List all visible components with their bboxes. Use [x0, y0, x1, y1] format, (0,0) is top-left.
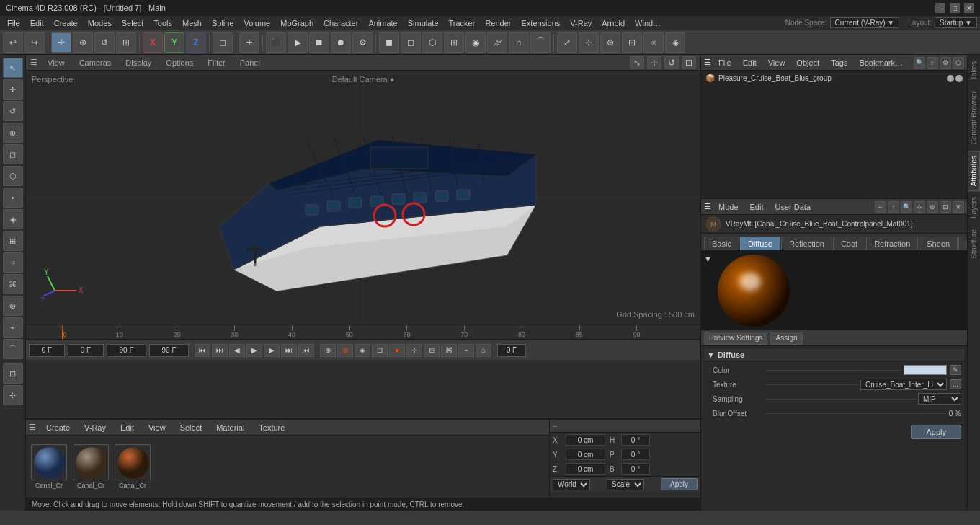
undo-button[interactable]: ↩: [3, 32, 23, 53]
tab-takes[interactable]: Takes: [968, 56, 980, 85]
sphere-button[interactable]: ◉: [466, 32, 486, 53]
om-search[interactable]: 🔍: [914, 57, 925, 69]
om-item-boat-group[interactable]: 📦 Pleasure_Cruise_Boat_Blue_group: [703, 72, 966, 84]
menu-create[interactable]: Create: [50, 17, 82, 29]
left-btn-magnet[interactable]: ⊛: [3, 296, 23, 316]
scale-button[interactable]: ⊕: [73, 32, 93, 53]
maximize-button[interactable]: □: [950, 3, 960, 13]
cube-persp-button[interactable]: ⬡: [422, 32, 442, 53]
tab-refraction[interactable]: Refraction: [866, 237, 918, 250]
add-button[interactable]: +: [239, 32, 259, 53]
grid-button[interactable]: ⊞: [444, 32, 464, 53]
start-frame-input[interactable]: [29, 344, 65, 357]
rotate-button[interactable]: ↺: [94, 32, 115, 53]
left-btn-poly[interactable]: ◻: [3, 144, 23, 164]
menu-mograph[interactable]: MoGraph: [276, 17, 318, 29]
play-button[interactable]: ▶: [288, 32, 308, 53]
z-axis-button[interactable]: Z: [186, 32, 206, 53]
collapse-arrow[interactable]: ▼: [704, 255, 712, 263]
bend-button[interactable]: ⌒: [530, 32, 551, 53]
redo-button[interactable]: ↪: [24, 32, 45, 53]
menu-animate[interactable]: Animate: [364, 17, 401, 29]
connect-button[interactable]: ⌂: [509, 32, 529, 53]
assign-btn[interactable]: Assign: [770, 332, 802, 345]
menu-simulate[interactable]: Simulate: [404, 17, 443, 29]
mat-view[interactable]: View: [144, 422, 170, 433]
cylinder-button[interactable]: ⌭: [487, 32, 507, 53]
coord-b-input[interactable]: [621, 463, 650, 475]
coord-space-select[interactable]: World Local: [553, 479, 590, 490]
transport-prev-key[interactable]: ⏭: [212, 344, 228, 357]
menu-extensions[interactable]: Extensions: [517, 17, 564, 29]
left-btn-sym[interactable]: ⌁: [3, 317, 23, 338]
tab-diffuse[interactable]: Diffuse: [740, 237, 780, 250]
coord-x-input[interactable]: [566, 434, 605, 446]
coord-apply-button[interactable]: Apply: [661, 478, 698, 490]
tab-attributes[interactable]: Attributes: [968, 151, 980, 191]
menu-arnold[interactable]: Arnold: [597, 17, 629, 29]
transport-next-frame[interactable]: ▶: [264, 344, 280, 357]
menu-render[interactable]: Render: [481, 17, 515, 29]
coord-p-input[interactable]: [621, 449, 650, 460]
vp-options-menu[interactable]: Options: [161, 57, 197, 69]
rec-btn5[interactable]: ●: [389, 344, 405, 357]
om-menu-icon[interactable]: ☰: [704, 58, 711, 67]
layout-value[interactable]: Startup ▼: [935, 17, 977, 28]
am-close[interactable]: ✕: [953, 201, 964, 213]
left-btn-tag[interactable]: ⊞: [3, 231, 23, 251]
menu-edit[interactable]: Edit: [26, 17, 48, 29]
texture-dropdown[interactable]: Cruise_Boat_Inter_LightBlue: [860, 379, 947, 390]
am-settings[interactable]: ⊛: [927, 201, 938, 213]
vp-btn1[interactable]: ⤡: [630, 56, 644, 69]
left-btn-rotate[interactable]: ↺: [3, 101, 23, 121]
vp-cameras-menu[interactable]: Cameras: [75, 57, 116, 69]
transform-button[interactable]: ⊞: [116, 32, 136, 53]
material-item-1[interactable]: Canal_Cr: [30, 444, 68, 489]
vp-btn3[interactable]: ↺: [664, 56, 679, 69]
tab-bump[interactable]: Bump: [958, 237, 967, 250]
cube-front-button[interactable]: ◼: [379, 32, 399, 53]
om-view[interactable]: View: [764, 57, 790, 69]
om-tags[interactable]: Tags: [827, 57, 852, 69]
menu-vray[interactable]: V-Ray: [566, 17, 596, 29]
menu-character[interactable]: Character: [319, 17, 362, 29]
left-btn-knife[interactable]: ⌗: [3, 252, 23, 273]
om-settings[interactable]: ⚙: [940, 57, 951, 69]
snap-button[interactable]: ⊡: [622, 32, 642, 53]
node-space-value[interactable]: Current (V-Ray) ▼: [830, 17, 900, 28]
end-frame-input[interactable]: [107, 344, 146, 357]
mat-select[interactable]: Select: [176, 422, 207, 433]
move-button[interactable]: ✛: [51, 32, 71, 53]
transport-end[interactable]: ⏮: [298, 344, 314, 357]
coord-mode-select[interactable]: Scale Size: [607, 479, 644, 490]
close-button[interactable]: ✕: [964, 3, 974, 13]
am-nav-back[interactable]: ←: [875, 201, 886, 213]
x-axis-button[interactable]: X: [143, 32, 163, 53]
menu-file[interactable]: File: [3, 17, 24, 29]
paint-button[interactable]: ◈: [665, 32, 685, 53]
om-edit[interactable]: Edit: [739, 57, 761, 69]
mode-button[interactable]: ⊛: [600, 32, 620, 53]
vp-display-menu[interactable]: Display: [121, 57, 156, 69]
nav-button2[interactable]: ⊹: [579, 32, 599, 53]
am-filter[interactable]: ⊹: [914, 201, 925, 213]
left-btn-paint[interactable]: ⊡: [3, 363, 23, 384]
transport-next-key[interactable]: ⏭: [281, 344, 297, 357]
vp-btn2[interactable]: ⊹: [647, 56, 662, 69]
tab-sheen[interactable]: Sheen: [919, 237, 958, 250]
menu-wind[interactable]: Wind…: [631, 17, 665, 29]
minimize-button[interactable]: —: [935, 3, 945, 13]
coord-y-input[interactable]: [566, 449, 605, 460]
menu-select[interactable]: Select: [117, 17, 148, 29]
transport-start[interactable]: ⏮: [195, 344, 210, 357]
am-nav-up[interactable]: ↑: [888, 201, 899, 213]
frame-display[interactable]: [497, 344, 526, 357]
mat-edit[interactable]: Edit: [116, 422, 138, 433]
left-btn-edge[interactable]: ⬡: [3, 166, 23, 186]
y-axis-button[interactable]: Y: [164, 32, 184, 53]
viewport-view[interactable]: Perspective Default Camera ● Grid Spacin…: [26, 71, 700, 325]
vp-view-menu[interactable]: View: [43, 57, 69, 69]
color-edit-btn[interactable]: ✎: [950, 365, 961, 375]
left-btn-misc[interactable]: ⊹: [3, 385, 23, 405]
coord-z-input[interactable]: [566, 463, 605, 475]
